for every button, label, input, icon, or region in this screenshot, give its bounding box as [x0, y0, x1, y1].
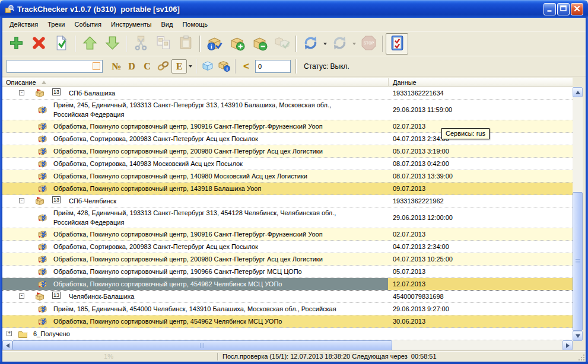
refresh-button[interactable] — [299, 33, 322, 55]
filter-events-button-dropdown[interactable] — [187, 58, 193, 75]
status-bar: 1% Посл.проверка (15/1): 12.07.2013 18:3… — [2, 351, 586, 362]
row-description-cell: Обработка, Сортировка, 140983 Московский… — [2, 158, 388, 170]
close-button[interactable] — [571, 3, 583, 15]
scroll-left-button[interactable] — [2, 340, 12, 350]
copy-button[interactable] — [152, 33, 174, 55]
triangle-left-icon — [6, 343, 9, 348]
expander-expand[interactable]: + — [7, 331, 12, 336]
group-row[interactable]: -13СПб-Челябинск19331362221962 — [2, 195, 573, 207]
column-header-data[interactable]: Данные — [393, 79, 417, 86]
cut-button[interactable] — [129, 33, 152, 55]
group-row[interactable]: -13СПб-Балашиха19331362221634 — [2, 87, 573, 100]
event-row[interactable]: Приём, 245, Единичный, 193313 Санкт-Пете… — [2, 100, 573, 120]
event-label: Приём, 185, Единичный, 454000 Челябинск,… — [53, 305, 336, 312]
autocheck-toggle-button[interactable] — [386, 33, 408, 55]
remove-event-button[interactable] — [248, 33, 271, 55]
event-row[interactable]: Обработка, Покинуло сортировочный центр,… — [2, 253, 573, 266]
less-than-button[interactable]: < — [239, 59, 254, 74]
package-group-icon — [34, 292, 45, 302]
filter-checkbox[interactable] — [93, 62, 100, 70]
folder-row[interactable]: +6_Получено — [2, 328, 573, 340]
package-event-icon — [37, 229, 47, 240]
row-description-cell: Обработка, Сортировка, 200983 Санкт-Пете… — [2, 133, 388, 145]
package-group-icon — [34, 196, 45, 206]
menu-actions[interactable]: Действия — [5, 19, 43, 30]
track-filter-input[interactable] — [8, 61, 90, 72]
vertical-scrollbar[interactable] — [573, 87, 583, 341]
row-data-cell: 45400079831698 — [388, 290, 573, 302]
package-event-icon — [37, 122, 47, 132]
menu-events[interactable]: События — [70, 19, 106, 30]
event-row[interactable]: Обработка, Сортировка, 200983 Санкт-Пете… — [2, 241, 573, 253]
package-event-icon — [37, 304, 47, 314]
horizontal-scrollbar-thumb[interactable] — [12, 340, 392, 350]
events-count-input[interactable] — [257, 61, 289, 72]
event-label: Обработка, Покинуло сортировочный центр,… — [53, 123, 323, 130]
refresh-all-button-dropdown[interactable] — [351, 35, 357, 53]
expander-collapse[interactable]: - — [19, 198, 24, 203]
column-header-description[interactable]: Описание — [6, 79, 46, 86]
scroll-down-button[interactable] — [573, 331, 583, 341]
row-data-value: 12.07.2013 — [393, 280, 425, 288]
minimize-button[interactable] — [543, 3, 556, 15]
move-down-button[interactable] — [101, 33, 123, 55]
track-info-button[interactable]: i — [203, 33, 225, 55]
row-data-cell: 04.07.2013 2:34:00 — [388, 241, 573, 253]
filter-date-button[interactable]: D — [124, 59, 139, 74]
event-row[interactable]: Приём, 428, Единичный, 193313 Санкт-Пете… — [2, 207, 573, 228]
event-row[interactable]: Обработка, Покинуло сортировочный центр,… — [2, 145, 573, 158]
less-than-icon: < — [243, 60, 249, 72]
event-row[interactable]: Обработка, Покинуло сортировочный центр,… — [2, 183, 573, 195]
event-row[interactable]: Обработка, Покинуло сортировочный центр,… — [2, 266, 573, 278]
expander-collapse[interactable]: - — [19, 293, 24, 299]
event-row[interactable]: Обработка, Покинуло сортировочный центр,… — [2, 170, 573, 183]
column-divider[interactable] — [388, 78, 389, 86]
group-row[interactable]: -13Челябинск-Балашиха45400079831698 — [2, 290, 573, 303]
package-info-button[interactable]: i — [216, 59, 233, 74]
paste-button[interactable] — [174, 33, 197, 55]
event-row[interactable]: Обработка, Покинуло сортировочный центр,… — [2, 228, 573, 241]
scroll-right-button[interactable] — [562, 340, 573, 350]
filter-comment-button[interactable]: C — [139, 59, 155, 74]
list-header: Описание Данные — [2, 78, 573, 87]
scroll-up-button[interactable] — [573, 87, 583, 97]
add-track-button[interactable] — [5, 33, 27, 55]
expander-collapse[interactable]: - — [19, 90, 24, 95]
refresh-icon — [303, 35, 319, 52]
package-button[interactable] — [199, 59, 216, 74]
filter-link-button[interactable] — [155, 59, 171, 74]
menu-help[interactable]: Помощь — [177, 19, 212, 30]
menu-view[interactable]: Вид — [157, 19, 178, 30]
group-operations-button[interactable] — [271, 33, 293, 55]
vertical-scrollbar-thumb[interactable] — [573, 192, 583, 331]
menu-tracks[interactable]: Треки — [43, 19, 69, 30]
horizontal-scrollbar[interactable] — [2, 340, 573, 350]
event-row[interactable]: Обработка, Покинуло сортировочный центр,… — [2, 315, 573, 328]
refresh-button-dropdown[interactable] — [322, 35, 328, 53]
letter-e-icon: E — [176, 61, 183, 72]
package-event-icon — [37, 254, 47, 264]
stop-button[interactable]: STOP — [357, 33, 380, 55]
filter-events-button[interactable]: E — [171, 59, 187, 74]
filter-number-button[interactable]: № — [109, 59, 124, 74]
edit-track-button[interactable] — [50, 33, 72, 55]
track-group-label: Челябинск-Балашиха — [69, 293, 134, 300]
delete-track-button[interactable] — [27, 33, 50, 55]
maximize-button[interactable] — [557, 3, 570, 15]
event-label-line2: Российская Федерация — [53, 218, 383, 228]
event-row[interactable]: Обработка, Покинуло сортировочный центр,… — [2, 278, 573, 290]
row-data-value: 04.07.2013 10:25:00 — [393, 256, 453, 263]
refresh-all-button[interactable] — [328, 33, 351, 55]
package-event-icon — [37, 171, 47, 181]
menu-tools[interactable]: Инструменты — [106, 19, 157, 30]
row-description-cell: Приём, 185, Единичный, 454000 Челябинск,… — [2, 303, 388, 315]
move-up-button[interactable] — [78, 33, 101, 55]
event-row[interactable]: Обработка, Сортировка, 140983 Московский… — [2, 158, 573, 170]
event-row[interactable]: Приём, 185, Единичный, 454000 Челябинск,… — [2, 303, 573, 315]
chevron-down-icon — [189, 65, 192, 68]
app-icon — [5, 4, 14, 14]
resize-grip-icon[interactable] — [577, 353, 586, 362]
event-label: Обработка, Покинуло сортировочный центр,… — [53, 231, 323, 238]
row-data-value: 19331362221634 — [393, 90, 444, 97]
add-event-button[interactable] — [225, 33, 248, 55]
